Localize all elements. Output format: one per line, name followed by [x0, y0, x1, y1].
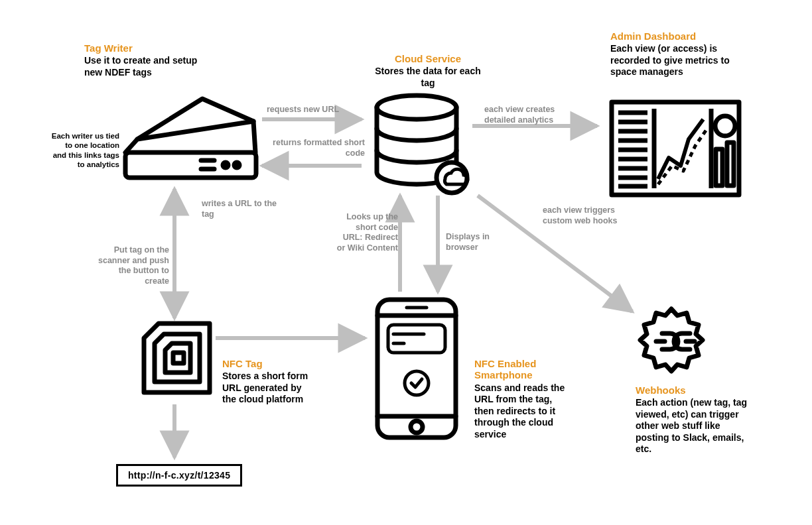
database-icon: [370, 93, 473, 196]
nfc-tag-title: NFC Tag: [222, 358, 312, 369]
cloud-service-desc: Stores the data for each tag: [372, 66, 484, 89]
smartphone-icon: [373, 296, 460, 441]
smartphone-text: NFC Enabled Smartphone Scans and reads t…: [474, 358, 571, 440]
webhooks-text: Webhooks Each action (new tag, tag viewe…: [636, 384, 755, 455]
edge-requests-new-url: requests new URL: [267, 105, 339, 115]
svg-point-15: [437, 162, 467, 193]
webhooks-icon: [634, 305, 710, 378]
tag-writer-title: Tag Writer: [84, 42, 204, 54]
svg-point-35: [411, 421, 423, 433]
tag-writer-side-note: Each writer us tied to one location and …: [51, 131, 119, 170]
svg-rect-37: [388, 325, 445, 353]
webhooks-title: Webhooks: [636, 384, 755, 396]
edge-put-tag: Put tag on the scanner and push the butt…: [93, 245, 169, 287]
edge-writes-url: writes a URL to the tag: [202, 199, 285, 219]
svg-rect-30: [727, 143, 734, 186]
edge-looks-up: Looks up the short code URL: Redirect or…: [335, 212, 398, 254]
svg-point-28: [715, 116, 735, 136]
edge-triggers: each view triggers custom web hooks: [543, 205, 629, 226]
svg-point-10: [223, 162, 228, 168]
svg-rect-29: [716, 149, 722, 186]
nfc-tag-icon: [139, 318, 215, 398]
tag-writer-text: Tag Writer Use it to create and setup ne…: [84, 42, 204, 78]
nfc-tag-desc: Stores a short form URL generated by the…: [222, 371, 312, 406]
svg-point-11: [234, 162, 239, 168]
diagram-canvas: Tag Writer Use it to create and setup ne…: [0, 0, 812, 525]
smartphone-title: NFC Enabled Smartphone: [474, 358, 571, 381]
svg-rect-31: [173, 353, 184, 363]
cloud-service-text: Cloud Service Stores the data for each t…: [372, 53, 484, 89]
scanner-icon: [123, 96, 259, 182]
edge-analytics: each view creates detailed analytics: [484, 105, 574, 125]
svg-point-14: [377, 95, 456, 119]
url-text: http://n-f-c.xyz/t/12345: [128, 470, 230, 481]
dashboard-icon: [609, 99, 742, 199]
admin-dashboard-title: Admin Dashboard: [610, 30, 750, 42]
nfc-tag-text: NFC Tag Stores a short form URL generate…: [222, 358, 312, 406]
edge-displays: Displays in browser: [446, 232, 499, 253]
url-box: http://n-f-c.xyz/t/12345: [116, 464, 242, 487]
admin-dashboard-text: Admin Dashboard Each view (or access) is…: [610, 30, 750, 78]
admin-dashboard-desc: Each view (or access) is recorded to giv…: [610, 43, 750, 78]
cloud-service-title: Cloud Service: [372, 53, 484, 64]
smartphone-desc: Scans and reads the URL from the tag, th…: [474, 382, 571, 441]
webhooks-desc: Each action (new tag, tag viewed, etc) c…: [636, 397, 755, 455]
tag-writer-desc: Use it to create and setup new NDEF tags: [84, 55, 204, 78]
edge-returns-short-code: returns formatted short code: [272, 138, 365, 158]
